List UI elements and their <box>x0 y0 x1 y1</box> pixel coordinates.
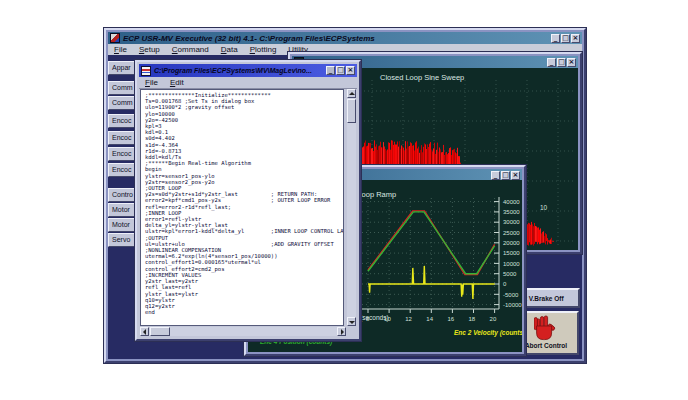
scroll-left-button[interactable] <box>140 327 149 336</box>
menu-data[interactable]: Data <box>215 45 244 55</box>
svg-text:40000: 40000 <box>503 199 520 205</box>
minimize-button[interactable]: _ <box>326 66 335 75</box>
svg-text:10000: 10000 <box>503 261 520 267</box>
desktop: { "app": { "title": "ECP USR-MV Executiv… <box>0 0 688 400</box>
menu-plotting[interactable]: Plotting <box>244 45 283 55</box>
vertical-scroll-thumb[interactable] <box>347 99 356 123</box>
app-title: ECP USR-MV Executive (32 bit) 4.1- C:\Pr… <box>123 34 551 43</box>
menu-file[interactable]: File <box>108 45 133 55</box>
menu-setup[interactable]: Setup <box>133 45 166 55</box>
svg-text:25000: 25000 <box>503 230 520 236</box>
sine-sweep-chart-title: Closed Loop Sine Sweep <box>380 73 464 82</box>
editor-menu-edit[interactable]: Edit <box>164 78 190 88</box>
editor-title: C:\Program Files\ECPSystems\MV\MagLev\no… <box>154 67 326 74</box>
svg-text:0: 0 <box>503 281 507 287</box>
maximize-button[interactable]: □ <box>501 171 510 180</box>
maximize-button[interactable]: □ <box>336 66 345 75</box>
minimize-button[interactable]: _ <box>547 58 556 67</box>
menu-command[interactable]: Command <box>166 45 215 55</box>
horizontal-scroll-thumb[interactable] <box>150 327 170 336</box>
scroll-down-button[interactable] <box>347 317 356 326</box>
svg-text:-5000: -5000 <box>503 292 519 298</box>
svg-text:30000: 30000 <box>503 219 520 225</box>
app-titlebar[interactable]: ECP USR-MV Executive (32 bit) 4.1- C:\Pr… <box>108 32 582 44</box>
vertical-scrollbar[interactable] <box>347 89 356 326</box>
svg-text:14: 14 <box>426 316 433 322</box>
editor-menubar: File Edit <box>139 77 357 89</box>
horizontal-scrollbar[interactable] <box>140 327 346 336</box>
scroll-right-button[interactable] <box>337 327 346 336</box>
svg-text:20000: 20000 <box>503 240 520 246</box>
close-button[interactable]: × <box>567 58 576 67</box>
editor-menu-file[interactable]: File <box>139 78 164 88</box>
svg-text:-10000: -10000 <box>503 302 522 308</box>
svg-text:18: 18 <box>469 316 476 322</box>
svg-text:15000: 15000 <box>503 250 520 256</box>
editor-titlebar[interactable]: C:\Program Files\ECPSystems\MV\MagLev\no… <box>139 64 357 77</box>
minimize-button[interactable]: _ <box>551 34 560 43</box>
close-button[interactable]: × <box>571 34 580 43</box>
notepad-icon <box>141 66 151 76</box>
svg-text:16: 16 <box>447 316 454 322</box>
close-button[interactable]: × <box>511 171 520 180</box>
code-text: ;**************Initialize************* T… <box>145 92 343 315</box>
red-hand-icon <box>534 314 558 341</box>
minimize-button[interactable]: _ <box>491 171 500 180</box>
editor-window: C:\Program Files\ECPSystems\MV\MagLev\no… <box>135 60 361 341</box>
maximize-button[interactable]: □ <box>557 58 566 67</box>
svg-text:35000: 35000 <box>503 209 520 215</box>
svg-text:12: 12 <box>405 316 412 322</box>
svg-text:5000: 5000 <box>503 271 517 277</box>
scroll-up-button[interactable] <box>347 89 356 98</box>
legend-enc2-velocity: Enc 2 Velocity (counts/s) <box>454 329 522 336</box>
svg-text:20: 20 <box>490 316 497 322</box>
app-icon <box>110 33 120 43</box>
maximize-button[interactable]: □ <box>561 34 570 43</box>
close-button[interactable]: × <box>346 66 355 75</box>
code-text-area[interactable]: ;**************Initialize************* T… <box>140 89 344 326</box>
svg-text:10: 10 <box>540 204 548 211</box>
